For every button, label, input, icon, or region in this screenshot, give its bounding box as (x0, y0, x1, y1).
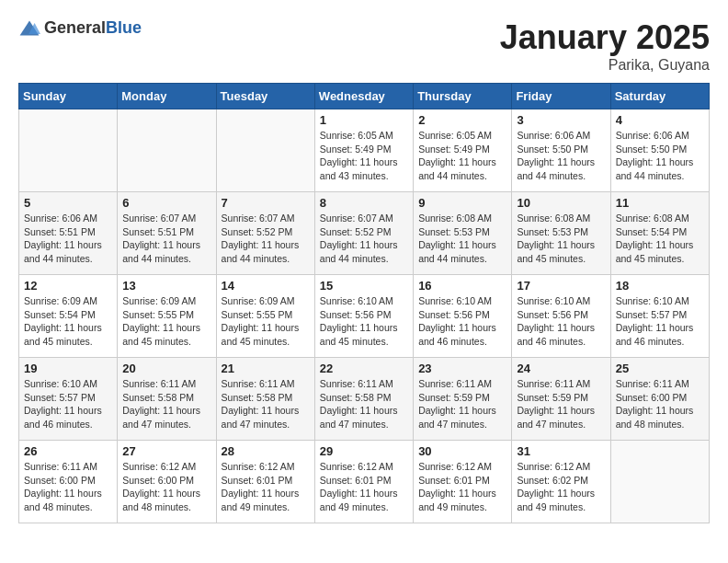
day-number: 8 (320, 196, 408, 210)
day-number: 21 (222, 362, 310, 375)
weekday-header-row: SundayMondayTuesdayWednesdayThursdayFrid… (19, 84, 710, 109)
calendar-cell: 12Sunrise: 6:09 AM Sunset: 5:54 PM Dayli… (19, 275, 118, 358)
calendar-cell (19, 109, 118, 192)
calendar-cell: 15Sunrise: 6:10 AM Sunset: 5:56 PM Dayli… (314, 275, 413, 358)
calendar-cell: 11Sunrise: 6:08 AM Sunset: 5:54 PM Dayli… (610, 192, 709, 275)
calendar-week-row: 1Sunrise: 6:05 AM Sunset: 5:49 PM Daylig… (19, 109, 710, 192)
calendar-cell: 16Sunrise: 6:10 AM Sunset: 5:56 PM Dayli… (414, 275, 512, 358)
calendar-cell: 30Sunrise: 6:12 AM Sunset: 6:01 PM Dayli… (414, 441, 512, 523)
day-info: Sunrise: 6:11 AM Sunset: 5:59 PM Dayligh… (418, 377, 506, 431)
day-info: Sunrise: 6:11 AM Sunset: 5:58 PM Dayligh… (320, 377, 408, 431)
day-info: Sunrise: 6:08 AM Sunset: 5:54 PM Dayligh… (616, 212, 704, 266)
day-info: Sunrise: 6:08 AM Sunset: 5:53 PM Dayligh… (418, 212, 506, 266)
calendar-cell (610, 441, 709, 523)
calendar-cell: 22Sunrise: 6:11 AM Sunset: 5:58 PM Dayli… (314, 358, 413, 441)
day-number: 10 (517, 196, 605, 210)
weekday-header-sunday: Sunday (19, 84, 118, 109)
day-number: 25 (616, 362, 704, 375)
calendar-cell: 26Sunrise: 6:11 AM Sunset: 6:00 PM Dayli… (19, 441, 118, 523)
day-info: Sunrise: 6:05 AM Sunset: 5:49 PM Dayligh… (320, 129, 408, 183)
calendar-cell: 24Sunrise: 6:11 AM Sunset: 5:59 PM Dayli… (512, 358, 610, 441)
day-info: Sunrise: 6:12 AM Sunset: 6:01 PM Dayligh… (222, 460, 310, 514)
calendar-cell (118, 109, 216, 192)
calendar-cell: 13Sunrise: 6:09 AM Sunset: 5:55 PM Dayli… (118, 275, 216, 358)
day-number: 27 (122, 444, 210, 458)
day-number: 30 (418, 444, 506, 458)
calendar-cell: 21Sunrise: 6:11 AM Sunset: 5:58 PM Dayli… (216, 358, 314, 441)
calendar-cell: 17Sunrise: 6:10 AM Sunset: 5:56 PM Dayli… (512, 275, 610, 358)
day-info: Sunrise: 6:07 AM Sunset: 5:52 PM Dayligh… (320, 212, 408, 266)
day-info: Sunrise: 6:11 AM Sunset: 5:58 PM Dayligh… (122, 377, 210, 431)
weekday-header-tuesday: Tuesday (216, 84, 314, 109)
day-info: Sunrise: 6:11 AM Sunset: 6:00 PM Dayligh… (24, 460, 112, 514)
logo-icon (18, 19, 40, 38)
day-number: 18 (616, 279, 704, 293)
day-number: 3 (517, 113, 605, 127)
day-info: Sunrise: 6:10 AM Sunset: 5:56 PM Dayligh… (517, 294, 605, 349)
calendar-cell: 4Sunrise: 6:06 AM Sunset: 5:50 PM Daylig… (610, 109, 709, 192)
day-number: 28 (222, 444, 310, 458)
weekday-header-wednesday: Wednesday (314, 84, 413, 109)
calendar-cell: 3Sunrise: 6:06 AM Sunset: 5:50 PM Daylig… (512, 109, 610, 192)
calendar-cell: 31Sunrise: 6:12 AM Sunset: 6:02 PM Dayli… (512, 441, 610, 523)
day-number: 20 (122, 362, 210, 375)
day-number: 31 (517, 444, 605, 458)
day-number: 5 (24, 196, 112, 210)
day-info: Sunrise: 6:06 AM Sunset: 5:50 PM Dayligh… (517, 129, 605, 183)
calendar-week-row: 5Sunrise: 6:06 AM Sunset: 5:51 PM Daylig… (19, 192, 710, 275)
day-info: Sunrise: 6:06 AM Sunset: 5:50 PM Dayligh… (616, 129, 704, 183)
location-title: Parika, Guyana (500, 57, 710, 74)
calendar-cell: 23Sunrise: 6:11 AM Sunset: 5:59 PM Dayli… (414, 358, 512, 441)
day-number: 9 (418, 196, 506, 210)
day-info: Sunrise: 6:11 AM Sunset: 5:58 PM Dayligh… (222, 377, 310, 431)
day-number: 29 (320, 444, 408, 458)
calendar-cell: 2Sunrise: 6:05 AM Sunset: 5:49 PM Daylig… (414, 109, 512, 192)
calendar-cell: 20Sunrise: 6:11 AM Sunset: 5:58 PM Dayli… (118, 358, 216, 441)
day-number: 11 (616, 196, 704, 210)
calendar-cell: 9Sunrise: 6:08 AM Sunset: 5:53 PM Daylig… (414, 192, 512, 275)
logo-blue: Blue (106, 18, 142, 37)
day-info: Sunrise: 6:08 AM Sunset: 5:53 PM Dayligh… (517, 212, 605, 266)
day-info: Sunrise: 6:12 AM Sunset: 6:01 PM Dayligh… (418, 460, 506, 514)
logo-general: General (44, 18, 106, 37)
day-number: 23 (418, 362, 506, 375)
day-info: Sunrise: 6:10 AM Sunset: 5:57 PM Dayligh… (24, 377, 112, 431)
weekday-header-thursday: Thursday (414, 84, 512, 109)
logo: GeneralBlue (18, 18, 142, 38)
calendar-cell: 6Sunrise: 6:07 AM Sunset: 5:51 PM Daylig… (118, 192, 216, 275)
day-info: Sunrise: 6:09 AM Sunset: 5:54 PM Dayligh… (24, 294, 112, 349)
weekday-header-saturday: Saturday (610, 84, 709, 109)
day-info: Sunrise: 6:11 AM Sunset: 6:00 PM Dayligh… (616, 377, 704, 431)
calendar-week-row: 26Sunrise: 6:11 AM Sunset: 6:00 PM Dayli… (19, 441, 710, 523)
calendar-cell: 14Sunrise: 6:09 AM Sunset: 5:55 PM Dayli… (216, 275, 314, 358)
day-number: 2 (418, 113, 506, 127)
day-number: 4 (616, 113, 704, 127)
calendar-cell (216, 109, 314, 192)
day-info: Sunrise: 6:07 AM Sunset: 5:51 PM Dayligh… (122, 212, 210, 266)
day-number: 17 (517, 279, 605, 293)
calendar-week-row: 12Sunrise: 6:09 AM Sunset: 5:54 PM Dayli… (19, 275, 710, 358)
calendar-cell: 10Sunrise: 6:08 AM Sunset: 5:53 PM Dayli… (512, 192, 610, 275)
day-number: 22 (320, 362, 408, 375)
day-info: Sunrise: 6:11 AM Sunset: 5:59 PM Dayligh… (517, 377, 605, 431)
day-number: 19 (24, 362, 112, 375)
calendar-cell: 7Sunrise: 6:07 AM Sunset: 5:52 PM Daylig… (216, 192, 314, 275)
calendar-cell: 19Sunrise: 6:10 AM Sunset: 5:57 PM Dayli… (19, 358, 118, 441)
day-number: 12 (24, 279, 112, 293)
day-number: 1 (320, 113, 408, 127)
calendar-table: SundayMondayTuesdayWednesdayThursdayFrid… (18, 83, 710, 523)
day-info: Sunrise: 6:12 AM Sunset: 6:02 PM Dayligh… (517, 460, 605, 514)
day-info: Sunrise: 6:10 AM Sunset: 5:57 PM Dayligh… (616, 294, 704, 349)
weekday-header-monday: Monday (118, 84, 216, 109)
day-info: Sunrise: 6:12 AM Sunset: 6:00 PM Dayligh… (122, 460, 210, 514)
day-info: Sunrise: 6:12 AM Sunset: 6:01 PM Dayligh… (320, 460, 408, 514)
calendar-cell: 5Sunrise: 6:06 AM Sunset: 5:51 PM Daylig… (19, 192, 118, 275)
calendar-cell: 25Sunrise: 6:11 AM Sunset: 6:00 PM Dayli… (610, 358, 709, 441)
day-info: Sunrise: 6:06 AM Sunset: 5:51 PM Dayligh… (24, 212, 112, 266)
calendar-cell: 27Sunrise: 6:12 AM Sunset: 6:00 PM Dayli… (118, 441, 216, 523)
calendar-cell: 28Sunrise: 6:12 AM Sunset: 6:01 PM Dayli… (216, 441, 314, 523)
title-block: January 2025 Parika, Guyana (500, 18, 710, 74)
month-title: January 2025 (500, 18, 710, 57)
day-info: Sunrise: 6:05 AM Sunset: 5:49 PM Dayligh… (418, 129, 506, 183)
day-info: Sunrise: 6:07 AM Sunset: 5:52 PM Dayligh… (222, 212, 310, 266)
